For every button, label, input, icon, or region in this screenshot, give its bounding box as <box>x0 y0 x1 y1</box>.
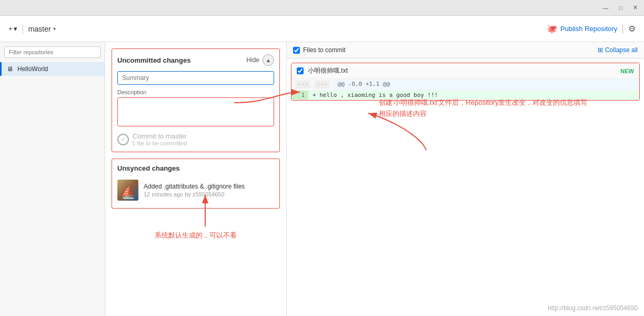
publish-label: Publish Repository <box>560 25 617 33</box>
files-label: Files to commit <box>303 46 346 54</box>
bottom-annotation: 系统默认生成的，可以不看 <box>112 231 280 240</box>
top-toolbar: + ▾ | master ▾ 🐙 Publish Repository | ⚙ <box>0 16 644 42</box>
hide-label: Hide <box>246 56 259 64</box>
branch-name: master <box>28 25 51 33</box>
branch-dropdown-icon: ▾ <box>53 26 56 32</box>
description-textarea[interactable] <box>117 97 274 126</box>
description-label: Description <box>117 89 274 95</box>
left-panel: Uncommitted changes Hide ▲ Description <box>105 42 287 316</box>
files-checkbox[interactable] <box>293 47 300 54</box>
diff-line-content: + hello , xiaoming is a good boy !!! <box>308 91 639 100</box>
avatar-boat-icon: ⛵ <box>121 186 135 200</box>
repo-name: HelloWorld <box>17 65 48 73</box>
diff-content: ··· ··· @@ -0,0 +1,1 @@ 1 + hello , xiao… <box>291 79 639 100</box>
branch-selector[interactable]: master ▾ <box>28 25 56 33</box>
watermark: http://blog.csdn.net/z595054650 <box>548 304 638 312</box>
uncommitted-header: Uncommitted changes Hide ▲ <box>117 54 274 66</box>
main-annotation: 创建'小明很帅哦.txt'文件后，Repository发生改变，对改变的信息填写… <box>379 97 587 120</box>
file-name: 小明很帅哦.txt <box>308 66 616 75</box>
add-arrow-icon: ▾ <box>14 25 17 33</box>
file-diff-header: 小明很帅哦.txt NEW <box>291 63 639 79</box>
uncommitted-title: Uncommitted changes <box>117 56 190 64</box>
toolbar-left: + ▾ | master ▾ <box>8 23 56 35</box>
commit-message: Added .gitattributes & .gitignore files <box>144 183 274 190</box>
commit-avatar-image: ⛵ <box>117 180 138 201</box>
uncommitted-changes-section: Uncommitted changes Hide ▲ Description <box>112 48 280 152</box>
commit-checkmark-icon: ✓ <box>117 134 129 145</box>
summary-input[interactable] <box>117 71 274 85</box>
right-panel: Files to commit ⊞ Collapse all <box>287 42 644 316</box>
ellipsis-right: ··· <box>315 81 329 88</box>
collapse-icon: ⊞ <box>598 46 603 54</box>
filter-repositories-input[interactable] <box>4 46 100 58</box>
commit-label: Commit to master <box>132 132 187 140</box>
toolbar-divider: | <box>621 23 624 34</box>
file-diff-entry: 小明很帅哦.txt NEW ··· ··· @@ -0,0 +1,1 @@ <box>291 63 640 101</box>
content-area: Uncommitted changes Hide ▲ Description <box>105 42 644 316</box>
commit-metadata: 12 minutes ago by z595054650 <box>144 191 274 197</box>
settings-button[interactable]: ⚙ <box>628 24 636 34</box>
file-status-badge: NEW <box>620 68 634 74</box>
octocat-icon: 🐙 <box>547 24 557 34</box>
add-button[interactable]: + ▾ <box>8 25 17 33</box>
file-checkbox[interactable] <box>297 67 304 74</box>
collapse-label: Collapse all <box>605 46 638 54</box>
commit-to-master-button[interactable]: ✓ Commit to master 1 file to be committe… <box>117 132 187 146</box>
annotation-line2: 相应的描述内容 <box>379 108 587 120</box>
commit-button-labels: Commit to master 1 file to be committed <box>132 132 187 146</box>
files-header: Files to commit ⊞ Collapse all <box>287 42 644 58</box>
diff-ellipsis-row: ··· ··· @@ -0,0 +1,1 @@ <box>291 79 639 91</box>
diff-context-dots: ··· ··· <box>291 79 334 91</box>
window-controls: — □ ✕ <box>600 3 640 12</box>
minimize-button[interactable]: — <box>600 4 610 12</box>
files-to-commit-label: Files to commit <box>293 46 346 54</box>
commit-sublabel: 1 file to be committed <box>132 140 187 146</box>
bottom-annotation-text: 系统默认生成的，可以不看 <box>112 231 280 240</box>
collapse-all-button[interactable]: ⊞ Collapse all <box>598 46 638 54</box>
toolbar-separator: | <box>22 23 24 35</box>
publish-repository-button[interactable]: 🐙 Publish Repository <box>547 24 617 34</box>
toolbar-right: 🐙 Publish Repository | ⚙ <box>547 23 636 34</box>
commit-entry: ⛵ Added .gitattributes & .gitignore file… <box>117 177 274 203</box>
diff-area: 小明很帅哦.txt NEW ··· ··· @@ -0,0 +1,1 @@ <box>287 58 644 316</box>
unsynced-changes-section: Unsynced changes ⛵ Added .gitattributes … <box>112 159 280 209</box>
diff-line-number: 1 <box>291 91 308 100</box>
unsynced-header: Unsynced changes <box>117 164 274 172</box>
commit-info: Added .gitattributes & .gitignore files … <box>144 183 274 197</box>
plus-icon: + <box>8 25 13 33</box>
close-button[interactable]: ✕ <box>631 3 640 12</box>
repository-item[interactable]: 🖥 HelloWorld <box>0 62 105 76</box>
commit-avatar: ⛵ <box>117 180 138 201</box>
unsynced-title: Unsynced changes <box>117 164 180 172</box>
chevron-up-icon: ▲ <box>266 57 271 63</box>
commit-section: ✓ Commit to master 1 file to be committe… <box>117 128 274 146</box>
gear-icon: ⚙ <box>628 24 636 33</box>
diff-hunk-header: @@ -0,0 +1,1 @@ <box>334 79 639 91</box>
title-bar: — □ ✕ <box>0 0 644 16</box>
file-checkbox-container <box>297 67 304 74</box>
repo-icon: 🖥 <box>7 65 13 73</box>
hide-controls: Hide ▲ <box>246 54 274 66</box>
ellipsis-left: ··· <box>296 81 310 88</box>
sidebar: 🖥 HelloWorld <box>0 42 105 316</box>
maximize-button[interactable]: □ <box>617 4 625 12</box>
diff-added-line: 1 + hello , xiaoming is a good boy !!! <box>291 91 639 100</box>
hide-toggle-button[interactable]: ▲ <box>263 54 274 66</box>
main-content: 🖥 HelloWorld Uncommitted changes Hide ▲ <box>0 42 644 316</box>
